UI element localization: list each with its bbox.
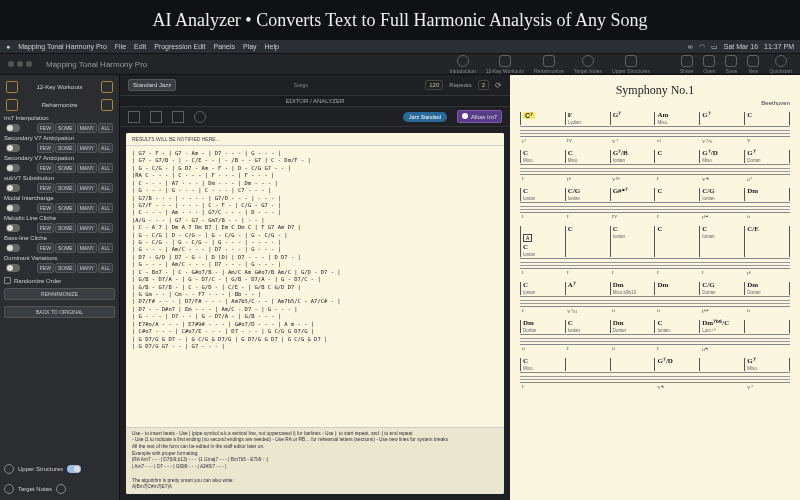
seg-few[interactable]: FEW xyxy=(37,183,54,193)
seg-many[interactable]: MANY xyxy=(77,263,97,273)
upper-structures-toggle[interactable] xyxy=(67,465,81,473)
option-toggle[interactable] xyxy=(6,244,20,252)
seg-all[interactable]: ALL xyxy=(98,203,113,213)
seg-few[interactable]: FEW xyxy=(37,263,54,273)
target-notes-open-icon[interactable] xyxy=(56,484,66,494)
seg-some[interactable]: SOME xyxy=(55,183,76,193)
measure[interactable]: C⁷ xyxy=(520,112,565,125)
measure[interactable]: DmDorian xyxy=(610,320,655,333)
seg-many[interactable]: MANY xyxy=(77,163,97,173)
bluetooth-icon[interactable]: ∞ xyxy=(688,43,693,50)
seg-few[interactable]: FEW xyxy=(37,123,54,133)
measure[interactable]: CIonian xyxy=(654,320,699,333)
allow-im7-toggle[interactable]: Allow Im7 xyxy=(457,110,502,123)
measure[interactable]: G⁷/DMixo. xyxy=(699,150,744,163)
measure[interactable]: C xyxy=(565,226,610,257)
option-toggle[interactable] xyxy=(6,144,20,152)
measure[interactable]: DmDorian xyxy=(744,282,790,295)
cycle-icon[interactable]: ⟳ xyxy=(495,81,502,90)
measure[interactable]: ACIonian xyxy=(520,226,565,257)
measure[interactable]: G#ᵒ⁷ xyxy=(610,188,655,201)
tempo-value[interactable]: 120 xyxy=(425,80,443,90)
measure[interactable]: G⁷/BIonian xyxy=(610,150,655,163)
measure[interactable]: C/GIonian xyxy=(699,188,744,201)
app-name[interactable]: Mapping Tonal Harmony Pro xyxy=(18,43,107,50)
seg-all[interactable]: ALL xyxy=(98,143,113,153)
seg-many[interactable]: MANY xyxy=(77,123,97,133)
target-notes-icon[interactable] xyxy=(582,55,594,67)
chord-text-editor[interactable]: | G7 - F - | G7 - Am - | D7 - - - | G - … xyxy=(126,146,504,427)
menu-panels[interactable]: Panels xyxy=(214,43,235,50)
seg-few[interactable]: FEW xyxy=(37,163,54,173)
measure[interactable]: G⁷Mixo. xyxy=(744,358,790,371)
seg-some[interactable]: SOME xyxy=(55,203,76,213)
seg-few[interactable]: FEW xyxy=(37,223,54,233)
measure[interactable]: CMixo. xyxy=(520,150,565,163)
option-toggle[interactable] xyxy=(6,124,20,132)
open-icon[interactable] xyxy=(703,55,715,67)
back-to-original-button[interactable]: BACK TO ORIGINAL xyxy=(4,306,115,318)
measure[interactable] xyxy=(699,358,744,371)
measure[interactable]: CIonian xyxy=(699,226,744,257)
seg-some[interactable]: SOME xyxy=(55,223,76,233)
reharmonize-icon[interactable] xyxy=(543,55,555,67)
menu-file[interactable]: File xyxy=(115,43,126,50)
measure[interactable]: G⁷/D xyxy=(654,358,699,371)
workouts-icon[interactable] xyxy=(499,55,511,67)
measure[interactable]: C xyxy=(654,188,699,201)
upper-structures-panel-icon[interactable] xyxy=(4,464,14,474)
seg-some[interactable]: SOME xyxy=(55,243,76,253)
measure[interactable]: Dm xyxy=(654,282,699,295)
measure[interactable]: AmMixo. xyxy=(654,112,699,125)
measure[interactable]: CIonian xyxy=(565,320,610,333)
measure[interactable]: A⁷ xyxy=(565,282,610,295)
measure[interactable]: Dm xyxy=(744,188,790,201)
workouts-open-icon[interactable] xyxy=(101,81,113,93)
seg-all[interactable]: ALL xyxy=(98,183,113,193)
seg-many[interactable]: MANY xyxy=(77,203,97,213)
menu-progression-edit[interactable]: Progression Edit xyxy=(154,43,205,50)
seg-all[interactable]: ALL xyxy=(98,243,113,253)
seg-all[interactable]: ALL xyxy=(98,123,113,133)
seg-many[interactable]: MANY xyxy=(77,183,97,193)
measure[interactable]: G⁷ xyxy=(610,112,655,125)
measure[interactable]: C xyxy=(744,112,790,125)
seg-all[interactable]: ALL xyxy=(98,263,113,273)
measure[interactable]: C xyxy=(654,150,699,163)
jazz-standard-pill[interactable]: Jazz Standard xyxy=(403,112,447,122)
paste-icon[interactable] xyxy=(150,111,162,123)
seg-many[interactable]: MANY xyxy=(77,243,97,253)
menubar-date[interactable]: Sat Mar 16 xyxy=(724,43,758,50)
copy-icon[interactable] xyxy=(128,111,140,123)
target-notes-panel-icon[interactable] xyxy=(4,484,14,494)
measure[interactable] xyxy=(744,320,790,333)
menu-play[interactable]: Play xyxy=(243,43,257,50)
measure[interactable]: G⁷ xyxy=(699,112,744,125)
wifi-icon[interactable]: ◠ xyxy=(699,43,705,51)
menu-help[interactable]: Help xyxy=(265,43,279,50)
measure[interactable]: C/E xyxy=(744,226,790,257)
menubar-time[interactable]: 11:37 PM xyxy=(764,43,794,50)
seg-all[interactable]: ALL xyxy=(98,223,113,233)
share-icon[interactable] xyxy=(681,55,693,67)
refresh-icon[interactable] xyxy=(194,111,206,123)
battery-icon[interactable]: ▭ xyxy=(711,43,718,51)
reharmonize-button[interactable]: REHARMONIZE xyxy=(4,288,115,300)
measure[interactable]: DmDorian xyxy=(520,320,565,333)
quickstart-icon[interactable] xyxy=(775,55,787,67)
option-toggle[interactable] xyxy=(6,184,20,192)
seg-all[interactable]: ALL xyxy=(98,163,113,173)
measure[interactable]: CIonian xyxy=(520,188,565,201)
measure[interactable]: C/GIonian xyxy=(565,188,610,201)
measure[interactable]: Dm⁷ᵇ⁶/CLocr.♮⁵ xyxy=(699,320,744,333)
export-icon[interactable] xyxy=(172,111,184,123)
measure[interactable]: CIonian xyxy=(520,282,565,295)
measure[interactable]: CMixo. xyxy=(565,150,610,163)
seg-few[interactable]: FEW xyxy=(37,243,54,253)
seg-many[interactable]: MANY xyxy=(77,223,97,233)
seg-many[interactable]: MANY xyxy=(77,143,97,153)
measure[interactable]: G⁷Dorian xyxy=(744,150,790,163)
menu-edit[interactable]: Edit xyxy=(134,43,146,50)
reload-icon[interactable] xyxy=(6,81,18,93)
measure[interactable]: FLydian xyxy=(565,112,610,125)
